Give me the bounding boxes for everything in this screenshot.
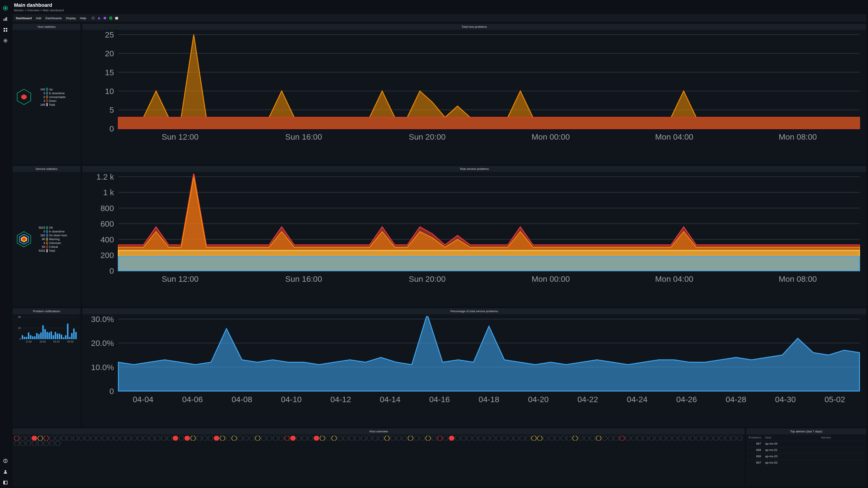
host-hex[interactable]: [49, 436, 55, 441]
host-hex[interactable]: [502, 436, 507, 441]
host-hex[interactable]: [284, 436, 290, 441]
host-hex[interactable]: [131, 436, 137, 441]
host-hex[interactable]: [261, 436, 266, 441]
host-hex[interactable]: [14, 441, 20, 446]
host-hex[interactable]: [296, 436, 302, 441]
apps-grid-icon[interactable]: [2, 27, 8, 33]
host-hex[interactable]: [708, 436, 713, 441]
host-hex[interactable]: [672, 436, 678, 441]
host-hex[interactable]: [249, 436, 254, 441]
table-row[interactable]: 668ap-ms-01: [747, 447, 866, 453]
host-hex[interactable]: [731, 436, 737, 441]
host-hex[interactable]: [361, 436, 366, 441]
host-hex[interactable]: [478, 436, 484, 441]
stat-row[interactable]: 182On down host: [36, 234, 78, 237]
host-hex[interactable]: [67, 436, 72, 441]
host-hex[interactable]: [90, 436, 96, 441]
stat-row[interactable]: 0In downtime: [36, 230, 78, 233]
host-hex[interactable]: [79, 436, 84, 441]
host-hex[interactable]: [596, 436, 601, 441]
host-hex[interactable]: [273, 436, 278, 441]
menu-dashboard[interactable]: Dashboard: [16, 17, 32, 20]
host-hex[interactable]: [619, 436, 625, 441]
host-hex[interactable]: [184, 436, 190, 441]
host-hex[interactable]: [49, 441, 55, 446]
host-hex[interactable]: [420, 436, 425, 441]
alert-icon[interactable]: [97, 16, 101, 20]
host-hex[interactable]: [555, 436, 560, 441]
host-hex[interactable]: [149, 436, 155, 441]
host-hex[interactable]: [61, 436, 66, 441]
host-hex[interactable]: [684, 436, 689, 441]
host-hex[interactable]: [243, 436, 249, 441]
host-hex[interactable]: [496, 436, 501, 441]
host-hex[interactable]: [655, 436, 660, 441]
host-hex[interactable]: [43, 436, 49, 441]
table-row[interactable]: 668ap-ms-03: [747, 453, 866, 459]
host-hex[interactable]: [572, 436, 578, 441]
host-hex[interactable]: [120, 436, 125, 441]
host-hex[interactable]: [384, 436, 390, 441]
host-hex[interactable]: [55, 441, 61, 446]
host-hex[interactable]: [214, 436, 219, 441]
host-hex[interactable]: [378, 436, 384, 441]
calendar-icon[interactable]: [115, 16, 119, 20]
table-row[interactable]: 667ap-ms-04: [747, 441, 866, 447]
stat-row[interactable]: 5331Total: [36, 249, 78, 252]
host-hex[interactable]: [96, 436, 102, 441]
host-hex[interactable]: [449, 436, 454, 441]
menu-dashboards[interactable]: Dashboards: [45, 17, 62, 20]
table-row[interactable]: 667ap-ms-02: [747, 459, 866, 465]
host-hex[interactable]: [137, 436, 143, 441]
spotify-icon[interactable]: [109, 16, 113, 20]
host-hex[interactable]: [314, 436, 319, 441]
host-hex[interactable]: [437, 436, 442, 441]
host-hex[interactable]: [190, 436, 196, 441]
host-hex[interactable]: [696, 436, 701, 441]
host-hex[interactable]: [625, 436, 631, 441]
bar-chart-icon[interactable]: [2, 16, 8, 22]
host-hex[interactable]: [308, 436, 313, 441]
user-icon[interactable]: [2, 468, 8, 475]
host-hex[interactable]: [267, 436, 272, 441]
host-hex[interactable]: [660, 436, 666, 441]
host-hex[interactable]: [514, 436, 519, 441]
host-hex[interactable]: [167, 436, 172, 441]
host-hex[interactable]: [643, 436, 648, 441]
host-hex[interactable]: [367, 436, 372, 441]
host-hex[interactable]: [461, 436, 466, 441]
host-hex[interactable]: [331, 436, 337, 441]
cube-icon[interactable]: [103, 16, 107, 20]
host-hex[interactable]: [373, 436, 378, 441]
panel-icon[interactable]: [2, 480, 8, 486]
host-hex[interactable]: [584, 436, 590, 441]
host-hex[interactable]: [237, 436, 243, 441]
stat-row[interactable]: 0In downtime: [36, 92, 78, 95]
host-hex[interactable]: [455, 436, 460, 441]
host-hex[interactable]: [602, 436, 607, 441]
host-hex[interactable]: [543, 436, 548, 441]
host-hex[interactable]: [14, 436, 20, 441]
stat-row[interactable]: 0Unreachable: [36, 95, 78, 99]
host-hex[interactable]: [37, 436, 43, 441]
host-hex[interactable]: [396, 436, 401, 441]
host-hex[interactable]: [537, 436, 542, 441]
host-hex[interactable]: [608, 436, 613, 441]
host-hex[interactable]: [690, 436, 695, 441]
host-hex[interactable]: [231, 436, 237, 441]
host-hex[interactable]: [614, 436, 619, 441]
host-hex[interactable]: [702, 436, 707, 441]
host-hex[interactable]: [719, 436, 725, 441]
host-hex[interactable]: [467, 436, 472, 441]
host-hex[interactable]: [408, 436, 413, 441]
host-hex[interactable]: [637, 436, 643, 441]
host-hex[interactable]: [590, 436, 595, 441]
host-hex[interactable]: [290, 436, 296, 441]
host-hex[interactable]: [26, 436, 31, 441]
host-hex[interactable]: [649, 436, 654, 441]
host-hex[interactable]: [426, 436, 431, 441]
host-hex[interactable]: [302, 436, 307, 441]
host-hex[interactable]: [355, 436, 360, 441]
host-hex[interactable]: [343, 436, 348, 441]
host-hex[interactable]: [320, 436, 325, 441]
